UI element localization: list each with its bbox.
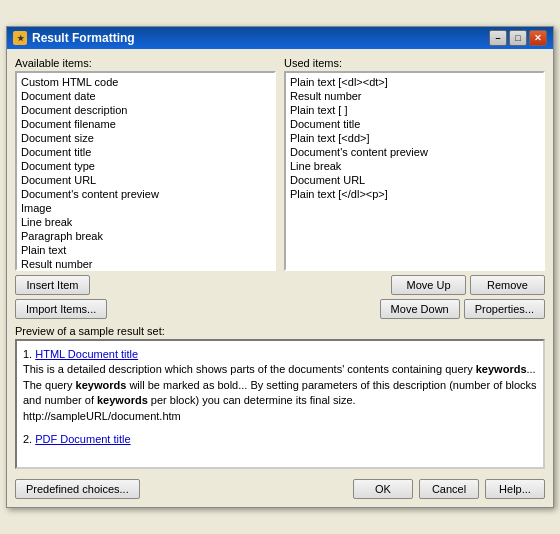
used-items-label: Used items: <box>284 57 545 69</box>
used-items-panel: Used items: Plain text [<dl><dt>]Result … <box>284 57 545 319</box>
list-item[interactable]: Plain text [<dd>] <box>288 131 541 145</box>
list-item[interactable]: Line break <box>288 159 541 173</box>
result-formatting-dialog: ★ Result Formatting – □ ✕ Available item… <box>6 26 554 508</box>
cancel-button[interactable]: Cancel <box>419 479 479 499</box>
footer-buttons: Predefined choices... OK Cancel Help... <box>15 475 545 499</box>
predefined-choices-button[interactable]: Predefined choices... <box>15 479 140 499</box>
maximize-button[interactable]: □ <box>509 30 527 46</box>
list-item[interactable]: Plain text <box>19 243 272 257</box>
ok-button[interactable]: OK <box>353 479 413 499</box>
titlebar: ★ Result Formatting – □ ✕ <box>7 27 553 49</box>
list-item[interactable]: Document URL <box>19 173 272 187</box>
list-item[interactable]: Document URL <box>288 173 541 187</box>
list-item[interactable]: Result number <box>19 257 272 271</box>
titlebar-title: ★ Result Formatting <box>13 31 135 45</box>
entry-title-link[interactable]: HTML Document title <box>35 348 138 360</box>
help-button[interactable]: Help... <box>485 479 545 499</box>
list-item[interactable]: Document date <box>19 89 272 103</box>
move-up-button[interactable]: Move Up <box>391 275 466 295</box>
list-item[interactable]: Document filename <box>19 117 272 131</box>
list-item[interactable]: Image <box>19 201 272 215</box>
import-items-button[interactable]: Import Items... <box>15 299 107 319</box>
available-items-panel: Available items: Custom HTML codeDocumen… <box>15 57 276 319</box>
list-item[interactable]: Plain text [<dl><dt>] <box>288 75 541 89</box>
list-item[interactable]: Result number <box>288 89 541 103</box>
move-down-button[interactable]: Move Down <box>380 299 460 319</box>
entry-number: 1. <box>23 348 35 360</box>
properties-button[interactable]: Properties... <box>464 299 545 319</box>
preview-entry: 2. PDF Document title <box>23 432 537 447</box>
available-items-label: Available items: <box>15 57 276 69</box>
list-item[interactable]: Document description <box>19 103 272 117</box>
list-item[interactable]: Document's content preview <box>19 187 272 201</box>
dialog-icon: ★ <box>13 31 27 45</box>
used-items-listbox[interactable]: Plain text [<dl><dt>]Result numberPlain … <box>284 71 545 271</box>
remove-button[interactable]: Remove <box>470 275 545 295</box>
list-item[interactable]: Custom HTML code <box>19 75 272 89</box>
entry-number: 2. <box>23 433 35 445</box>
preview-box[interactable]: 1. HTML Document titleThis is a detailed… <box>15 339 545 469</box>
list-item[interactable]: Document title <box>288 117 541 131</box>
list-item[interactable]: Plain text [</dl><p>] <box>288 187 541 201</box>
close-button[interactable]: ✕ <box>529 30 547 46</box>
titlebar-controls: – □ ✕ <box>489 30 547 46</box>
list-item[interactable]: Plain text [ ] <box>288 103 541 117</box>
entry-description: This is a detailed description which sho… <box>23 363 537 406</box>
list-item[interactable]: Document type <box>19 159 272 173</box>
entry-title-link[interactable]: PDF Document title <box>35 433 130 445</box>
available-items-listbox[interactable]: Custom HTML codeDocument dateDocument de… <box>15 71 276 271</box>
preview-label: Preview of a sample result set: <box>15 325 545 337</box>
list-item[interactable]: Document's content preview <box>288 145 541 159</box>
list-item[interactable]: Line break <box>19 215 272 229</box>
minimize-button[interactable]: – <box>489 30 507 46</box>
list-item[interactable]: Paragraph break <box>19 229 272 243</box>
list-item[interactable]: Document title <box>19 145 272 159</box>
preview-entry: 1. HTML Document titleThis is a detailed… <box>23 347 537 424</box>
list-item[interactable]: Document size <box>19 131 272 145</box>
insert-item-button[interactable]: Insert Item <box>15 275 90 295</box>
entry-url: http://sampleURL/document.htm <box>23 410 181 422</box>
window-title: Result Formatting <box>32 31 135 45</box>
